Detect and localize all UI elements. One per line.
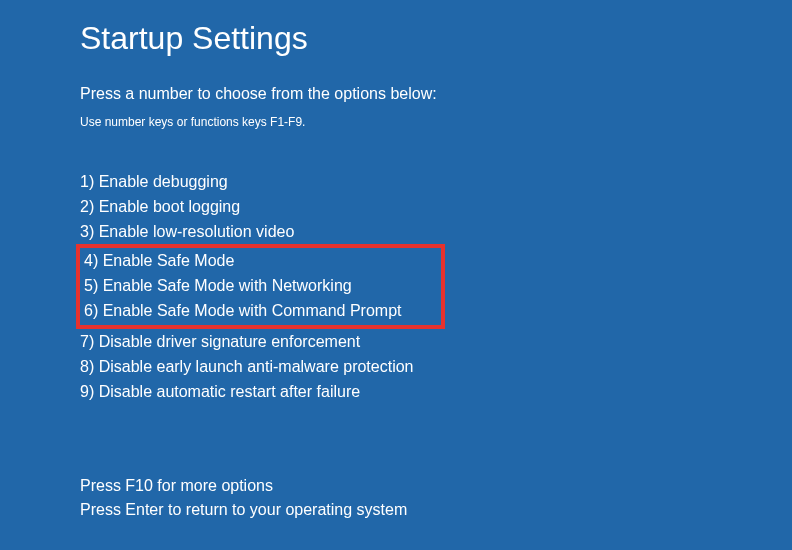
options-list: 1) Enable debugging 2) Enable boot loggi… xyxy=(80,169,792,404)
option-4[interactable]: 4) Enable Safe Mode xyxy=(84,248,401,273)
instruction-text: Press a number to choose from the option… xyxy=(80,85,792,103)
page-title: Startup Settings xyxy=(80,20,792,57)
option-6[interactable]: 6) Enable Safe Mode with Command Prompt xyxy=(84,298,401,323)
option-2[interactable]: 2) Enable boot logging xyxy=(80,194,792,219)
option-9[interactable]: 9) Disable automatic restart after failu… xyxy=(80,379,792,404)
footer-more-options: Press F10 for more options xyxy=(80,474,792,498)
subinstruction-text: Use number keys or functions keys F1-F9. xyxy=(80,115,792,129)
option-3[interactable]: 3) Enable low-resolution video xyxy=(80,219,792,244)
option-5[interactable]: 5) Enable Safe Mode with Networking xyxy=(84,273,401,298)
highlight-box: 4) Enable Safe Mode 5) Enable Safe Mode … xyxy=(76,244,445,329)
option-1[interactable]: 1) Enable debugging xyxy=(80,169,792,194)
footer-return: Press Enter to return to your operating … xyxy=(80,498,792,522)
option-7[interactable]: 7) Disable driver signature enforcement xyxy=(80,329,792,354)
option-8[interactable]: 8) Disable early launch anti-malware pro… xyxy=(80,354,792,379)
